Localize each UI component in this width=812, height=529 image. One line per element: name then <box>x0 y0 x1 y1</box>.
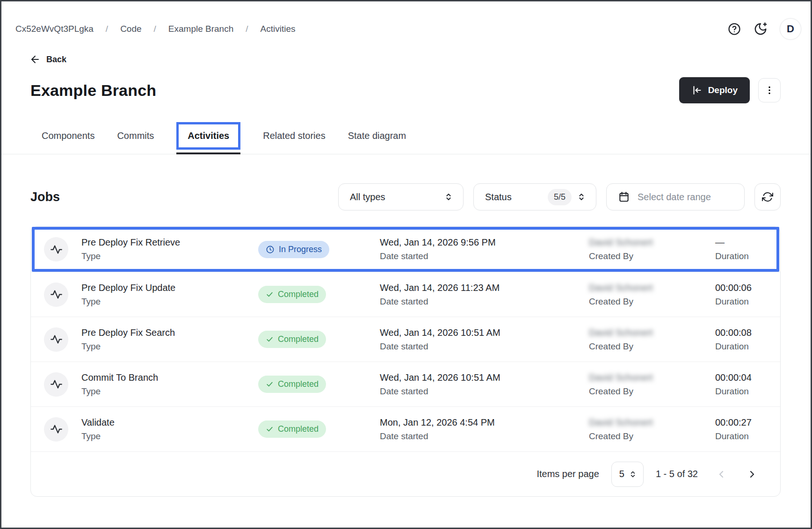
status-text: Completed <box>278 334 319 344</box>
breadcrumb-item-activities[interactable]: Activities <box>261 24 296 34</box>
job-date-cell: Wed, Jan 14, 2026 11:23 AM Date started <box>380 283 589 307</box>
job-name: Pre Deploy Fix Update <box>81 283 258 293</box>
tab-highlight-annotation: Activities <box>176 122 240 150</box>
job-name: Pre Deploy Fix Search <box>81 327 258 338</box>
type-filter-select[interactable]: All types <box>338 183 464 210</box>
job-creator-cell: David Schonert Created By <box>589 417 715 442</box>
job-duration-cell: — Duration <box>715 237 767 261</box>
status-badge: Completed <box>258 286 326 303</box>
deploy-button[interactable]: Deploy <box>679 77 750 103</box>
circle-question-icon <box>727 22 741 36</box>
previous-page-button[interactable] <box>714 467 729 482</box>
moon-plus-icon <box>754 22 768 36</box>
chevron-left-icon <box>716 469 727 480</box>
job-row-commit-to-branch[interactable]: Commit To Branch Type Completed Wed, Jan… <box>31 362 780 406</box>
tab-activities[interactable]: Activities <box>176 117 240 154</box>
job-status-cell: Completed <box>258 420 380 438</box>
top-bar: Cx52eWvQt3PLgka / Code / Example Branch … <box>1 1 811 43</box>
back-button[interactable]: Back <box>29 54 66 65</box>
breadcrumb-item-org[interactable]: Cx52eWvQt3PLgka <box>15 24 94 34</box>
job-type-label: Type <box>81 386 258 397</box>
breadcrumb-item-code[interactable]: Code <box>120 24 141 34</box>
job-status-cell: Completed <box>258 286 380 303</box>
job-type-label: Type <box>81 341 258 352</box>
tab-label: Activities <box>188 130 229 141</box>
created-by-label: Created By <box>589 386 715 397</box>
job-row-pre-deploy-fix-search[interactable]: Pre Deploy Fix Search Type Completed Wed… <box>31 317 780 362</box>
breadcrumb: Cx52eWvQt3PLgka / Code / Example Branch … <box>15 24 296 34</box>
job-name-cell: Pre Deploy Fix Retrieve Type <box>81 237 258 261</box>
more-actions-button[interactable] <box>758 78 781 102</box>
job-creator-cell: David Schonert Created By <box>589 327 715 352</box>
app-window: Cx52eWvQt3PLgka / Code / Example Branch … <box>0 0 812 529</box>
page-title: Example Branch <box>30 81 156 100</box>
breadcrumb-separator: / <box>106 24 108 34</box>
jobs-filters: All types Status 5/5 <box>338 183 781 210</box>
duration-value: 00:00:27 <box>715 417 767 428</box>
date-started-value: Wed, Jan 14, 2026 10:51 AM <box>380 327 589 338</box>
duration-value: — <box>715 237 767 248</box>
tab-state-diagram[interactable]: State diagram <box>348 117 406 154</box>
duration-value: 00:00:06 <box>715 283 767 293</box>
chevrons-up-down-icon <box>576 192 587 202</box>
job-icon-cell <box>44 327 81 352</box>
duration-value: 00:00:04 <box>715 372 767 383</box>
date-range-placeholder: Select date range <box>638 192 735 203</box>
job-row-pre-deploy-fix-retrieve[interactable]: Pre Deploy Fix Retrieve Type In Progress… <box>31 227 780 272</box>
tab-label: Components <box>42 130 94 141</box>
tab-bar: Components Commits Activities Related st… <box>1 117 811 154</box>
date-started-value: Mon, Jan 12, 2026 4:54 PM <box>380 417 589 428</box>
created-by-label: Created By <box>589 341 715 352</box>
check-icon <box>266 335 274 343</box>
refresh-button[interactable] <box>754 183 781 210</box>
duration-label: Duration <box>715 297 767 307</box>
breadcrumb-separator: / <box>246 24 248 34</box>
breadcrumb-item-branch[interactable]: Example Branch <box>168 24 233 34</box>
topbar-actions: D <box>727 18 801 40</box>
calendar-icon <box>618 191 630 203</box>
title-actions: Deploy <box>679 77 781 103</box>
date-started-label: Date started <box>380 341 589 352</box>
type-filter-value: All types <box>350 192 443 203</box>
items-per-page-value: 5 <box>619 469 624 479</box>
job-row-pre-deploy-fix-update[interactable]: Pre Deploy Fix Update Type Completed Wed… <box>31 272 780 317</box>
tab-related-stories[interactable]: Related stories <box>263 117 325 154</box>
tab-commits[interactable]: Commits <box>117 117 154 154</box>
avatar[interactable]: D <box>780 18 801 40</box>
status-count-badge: 5/5 <box>548 189 572 205</box>
created-by-value-blurred: David Schonert <box>589 372 715 383</box>
status-badge: Completed <box>258 331 326 348</box>
arrow-left-icon <box>29 54 41 65</box>
date-started-label: Date started <box>380 386 589 397</box>
job-duration-cell: 00:00:27 Duration <box>715 417 767 442</box>
activity-icon <box>44 237 68 261</box>
job-type-label: Type <box>81 251 258 261</box>
deploy-label: Deploy <box>708 85 738 95</box>
tab-label: State diagram <box>348 130 406 141</box>
next-page-button[interactable] <box>745 467 760 482</box>
activity-icon <box>44 283 68 307</box>
date-range-picker[interactable]: Select date range <box>606 183 745 210</box>
job-name-cell: Validate Type <box>81 417 258 442</box>
job-name-cell: Commit To Branch Type <box>81 372 258 397</box>
check-icon <box>266 290 274 298</box>
job-date-cell: Wed, Jan 14, 2026 10:51 AM Date started <box>380 327 589 352</box>
tab-components[interactable]: Components <box>42 117 94 154</box>
dark-mode-toggle[interactable] <box>754 22 768 36</box>
job-status-cell: Completed <box>258 376 380 393</box>
job-status-cell: Completed <box>258 331 380 348</box>
items-per-page-stepper[interactable]: 5 <box>611 462 644 487</box>
job-date-cell: Wed, Jan 14, 2026 10:51 AM Date started <box>380 372 589 397</box>
jobs-header: Jobs All types Status 5/5 <box>30 183 781 210</box>
job-type-label: Type <box>81 431 258 442</box>
avatar-initial: D <box>787 23 794 35</box>
job-row-validate[interactable]: Validate Type Completed Mon, Jan 12, 202… <box>31 406 780 451</box>
check-icon <box>266 380 274 388</box>
date-started-label: Date started <box>380 251 589 261</box>
help-button[interactable] <box>727 22 741 36</box>
chevrons-up-down-icon <box>628 470 638 479</box>
status-text: In Progress <box>279 245 322 254</box>
job-icon-cell <box>44 237 81 261</box>
duration-label: Duration <box>715 431 767 442</box>
status-filter-select[interactable]: Status 5/5 <box>473 183 596 210</box>
